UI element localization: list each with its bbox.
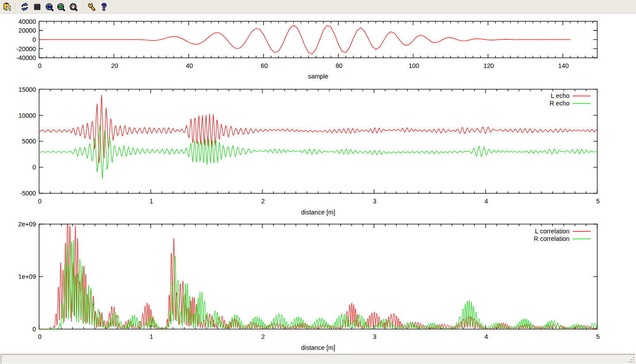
svg-text:60: 60 xyxy=(261,62,268,69)
svg-text:1e+09: 1e+09 xyxy=(18,273,36,280)
svg-text:sample: sample xyxy=(308,73,328,80)
svg-text:5: 5 xyxy=(596,198,600,205)
svg-text:1: 1 xyxy=(150,198,153,205)
svg-text:1: 1 xyxy=(150,333,153,340)
svg-text:L echo: L echo xyxy=(551,92,569,99)
svg-text:distance [m]: distance [m] xyxy=(301,344,335,351)
svg-text:0: 0 xyxy=(33,326,36,333)
svg-text:2e+09: 2e+09 xyxy=(18,221,36,228)
svg-text:0: 0 xyxy=(33,164,36,171)
svg-text:0: 0 xyxy=(38,62,42,69)
svg-text:140: 140 xyxy=(558,62,569,69)
svg-text:3: 3 xyxy=(373,198,376,205)
svg-text:20: 20 xyxy=(111,62,118,69)
svg-text:5: 5 xyxy=(596,333,600,340)
svg-text:4: 4 xyxy=(485,333,488,340)
svg-text:R correlation: R correlation xyxy=(534,235,569,242)
svg-text:40: 40 xyxy=(186,62,193,69)
svg-text:0: 0 xyxy=(33,36,36,43)
svg-text:0: 0 xyxy=(38,333,42,340)
svg-text:R echo: R echo xyxy=(549,100,569,107)
svg-text:L correlation: L correlation xyxy=(535,228,569,235)
svg-text:-20000: -20000 xyxy=(16,45,36,53)
svg-text:0: 0 xyxy=(38,198,42,205)
svg-text:2: 2 xyxy=(261,333,265,340)
svg-text:20000: 20000 xyxy=(19,27,36,34)
svg-text:5000: 5000 xyxy=(22,138,36,145)
svg-text:10000: 10000 xyxy=(19,112,36,119)
svg-text:-40000: -40000 xyxy=(16,54,36,61)
svg-text:80: 80 xyxy=(336,62,343,69)
svg-text:100: 100 xyxy=(409,62,419,69)
svg-text:-5000: -5000 xyxy=(20,190,36,197)
svg-text:40000: 40000 xyxy=(19,18,36,25)
svg-text:120: 120 xyxy=(483,62,494,69)
svg-text:2: 2 xyxy=(261,198,265,205)
svg-text:distance [m]: distance [m] xyxy=(301,209,335,216)
svg-text:4: 4 xyxy=(485,198,488,205)
svg-text:15000: 15000 xyxy=(19,86,36,93)
svg-text:3: 3 xyxy=(373,333,376,340)
